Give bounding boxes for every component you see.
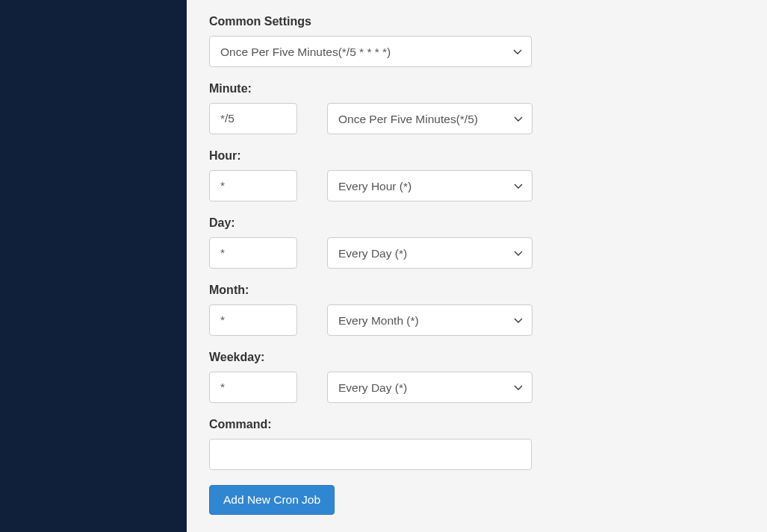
hour-preset-select[interactable]: Every Hour (*) — [327, 170, 532, 201]
day-label: Day: — [209, 216, 745, 230]
command-label: Command: — [209, 418, 745, 431]
minute-label: Minute: — [209, 82, 745, 96]
hour-block: Hour: Every Hour (*) — [209, 149, 745, 201]
weekday-label: Weekday: — [209, 351, 745, 364]
day-input[interactable] — [209, 237, 297, 269]
minute-block: Minute: Once Per Five Minutes(*/5) — [209, 82, 745, 134]
common-settings-block: Common Settings Once Per Five Minutes(*/… — [209, 15, 745, 67]
weekday-input[interactable] — [209, 372, 297, 403]
minute-preset-select[interactable]: Once Per Five Minutes(*/5) — [327, 103, 532, 134]
day-block: Day: Every Day (*) — [209, 216, 745, 269]
main-content: Common Settings Once Per Five Minutes(*/… — [187, 0, 767, 532]
common-settings-label: Common Settings — [209, 15, 745, 28]
sidebar — [0, 0, 187, 532]
command-input[interactable] — [209, 439, 532, 470]
month-block: Month: Every Month (*) — [209, 284, 745, 336]
hour-label: Hour: — [209, 149, 745, 163]
common-settings-select[interactable]: Once Per Five Minutes(*/5 * * * *) — [209, 36, 532, 67]
hour-input[interactable] — [209, 170, 297, 201]
command-block: Command: — [209, 418, 745, 470]
add-cron-job-button[interactable]: Add New Cron Job — [209, 485, 335, 515]
weekday-block: Weekday: Every Day (*) — [209, 351, 745, 403]
minute-input[interactable] — [209, 103, 297, 134]
month-input[interactable] — [209, 304, 297, 336]
weekday-preset-select[interactable]: Every Day (*) — [327, 372, 532, 403]
month-preset-select[interactable]: Every Month (*) — [327, 304, 532, 336]
day-preset-select[interactable]: Every Day (*) — [327, 237, 532, 269]
month-label: Month: — [209, 284, 745, 297]
